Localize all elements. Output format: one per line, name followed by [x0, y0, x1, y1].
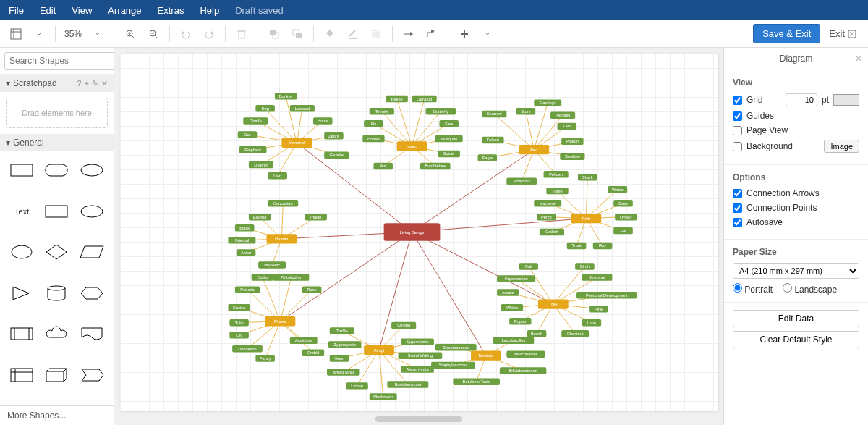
exit-button[interactable]: Exit — [823, 25, 862, 43]
svg-text:Bacteria: Bacteria — [479, 353, 495, 358]
svg-text:Eskimo: Eskimo — [253, 215, 267, 219]
shape-internal-storage[interactable] — [7, 363, 36, 387]
svg-text:Stork: Stork — [521, 109, 530, 114]
conn-arrows-checkbox[interactable] — [733, 189, 742, 198]
edit-icon[interactable]: ✎ — [92, 79, 98, 88]
shape-ellipse2[interactable] — [77, 200, 106, 223]
menu-arrange[interactable]: Arrange — [108, 5, 141, 16]
svg-text:Zebra: Zebra — [328, 134, 340, 138]
fill-color-button[interactable] — [320, 24, 340, 44]
svg-text:Lime: Lime — [587, 321, 596, 325]
to-front-button[interactable] — [264, 24, 284, 44]
shape-document[interactable] — [77, 322, 106, 345]
svg-text:Sygomycete: Sygomycete — [406, 340, 428, 344]
svg-line-48 — [265, 109, 297, 143]
menu-help[interactable]: Help — [200, 5, 219, 16]
horizontal-scrollbar[interactable] — [375, 416, 462, 422]
zoom-value[interactable]: 35% — [61, 29, 85, 39]
svg-line-80 — [586, 177, 587, 219]
svg-rect-0 — [11, 29, 21, 39]
landscape-radio[interactable]: Landscape — [783, 283, 837, 295]
shape-rounded-rect[interactable] — [42, 159, 71, 182]
more-shapes-button[interactable]: More Shapes... — [0, 405, 114, 425]
to-back-button[interactable] — [287, 24, 307, 44]
shape-ellipse[interactable] — [77, 159, 106, 182]
chevron-down-icon[interactable] — [88, 24, 108, 44]
svg-text:Mammal: Mammal — [289, 140, 305, 145]
svg-text:Bread Mold: Bread Mold — [333, 370, 354, 374]
svg-text:Rose: Rose — [307, 287, 316, 292]
close-panel-icon[interactable]: ✕ — [855, 54, 862, 64]
delete-button[interactable] — [231, 24, 252, 44]
line-color-button[interactable] — [343, 24, 363, 44]
svg-text:Dolphin: Dolphin — [254, 163, 268, 167]
menubar: File Edit View Arrange Extras Help Draft… — [0, 0, 868, 20]
portrait-radio[interactable]: Portrait — [733, 283, 773, 295]
shape-process[interactable] — [7, 322, 36, 345]
svg-text:Social Writing: Social Writing — [408, 353, 433, 358]
page-setup-button[interactable] — [6, 24, 26, 44]
chevron-down-icon[interactable] — [29, 24, 49, 44]
chevron-down-icon[interactable] — [477, 24, 498, 44]
connection-button[interactable] — [399, 24, 419, 44]
svg-text:Tulip: Tulip — [235, 321, 244, 325]
svg-text:Hornet: Hornet — [367, 137, 380, 141]
clear-style-button[interactable]: Clear Default Style — [733, 331, 859, 348]
shape-cube[interactable] — [42, 363, 71, 387]
grid-size-input[interactable] — [786, 93, 817, 106]
menu-view[interactable]: View — [72, 5, 92, 16]
shape-cylinder[interactable] — [42, 282, 71, 305]
waypoint-button[interactable] — [422, 24, 442, 44]
svg-text:Dog: Dog — [261, 106, 268, 111]
svg-text:Human: Human — [275, 237, 288, 241]
chevron-down-icon: ▾ — [6, 138, 10, 148]
right-panel: Diagram ✕ View Grid pt Guides Page View — [723, 48, 868, 425]
redo-button[interactable] — [199, 24, 219, 44]
shape-diamond[interactable] — [42, 240, 71, 264]
shape-triangle[interactable] — [7, 282, 36, 305]
zoom-in-button[interactable] — [120, 24, 140, 44]
guides-label: Guides — [746, 111, 859, 121]
zoom-out-button[interactable] — [143, 24, 163, 44]
shape-cloud[interactable] — [42, 322, 71, 345]
autosave-checkbox[interactable] — [733, 218, 742, 227]
svg-point-27 — [81, 164, 103, 176]
add-icon[interactable]: + — [85, 79, 89, 88]
svg-text:Mosquito: Mosquito — [441, 137, 457, 141]
pageview-checkbox[interactable] — [733, 126, 742, 135]
image-button[interactable]: Image — [824, 140, 859, 153]
close-icon[interactable]: ✕ — [101, 79, 108, 88]
paper-size-select[interactable]: A4 (210 mm x 297 mm) — [733, 263, 859, 279]
grid-color-swatch[interactable] — [833, 94, 859, 106]
shadow-button[interactable] — [366, 24, 386, 44]
shape-rect2[interactable] — [42, 200, 71, 223]
svg-text:Shark: Shark — [582, 175, 593, 180]
grid-checkbox[interactable] — [733, 96, 742, 105]
shape-rect[interactable] — [7, 159, 36, 182]
svg-text:Ray: Ray — [599, 243, 606, 248]
general-header[interactable]: ▾ General — [0, 134, 114, 151]
svg-rect-25 — [11, 164, 33, 176]
shape-oval[interactable] — [7, 240, 36, 264]
save-exit-button[interactable]: Save & Exit — [753, 24, 820, 43]
scratchpad-header[interactable]: ▾ Scratchpad ? + ✎ ✕ — [0, 75, 114, 92]
shape-step[interactable] — [77, 363, 106, 387]
svg-text:Opilio: Opilio — [258, 275, 268, 279]
scratchpad-dropzone[interactable]: Drag elements here — [6, 98, 108, 128]
conn-points-checkbox[interactable] — [733, 203, 742, 213]
shape-hexagon[interactable] — [77, 282, 106, 305]
svg-text:Lily: Lily — [236, 333, 242, 337]
canvas[interactable]: DonkeyDogLeopardGiraffeHorseCatZebraElep… — [114, 48, 723, 425]
guides-checkbox[interactable] — [733, 111, 742, 121]
menu-edit[interactable]: Edit — [40, 5, 56, 16]
menu-extras[interactable]: Extras — [158, 5, 184, 16]
add-button[interactable] — [454, 24, 475, 44]
undo-button[interactable] — [176, 24, 196, 44]
svg-rect-16 — [349, 38, 357, 39]
background-checkbox[interactable] — [733, 142, 742, 151]
edit-data-button[interactable]: Edit Data — [733, 310, 859, 327]
shape-parallelogram[interactable] — [77, 240, 106, 264]
menu-file[interactable]: File — [9, 5, 24, 16]
help-icon[interactable]: ? — [77, 79, 81, 88]
shape-text[interactable]: Text — [7, 200, 36, 223]
